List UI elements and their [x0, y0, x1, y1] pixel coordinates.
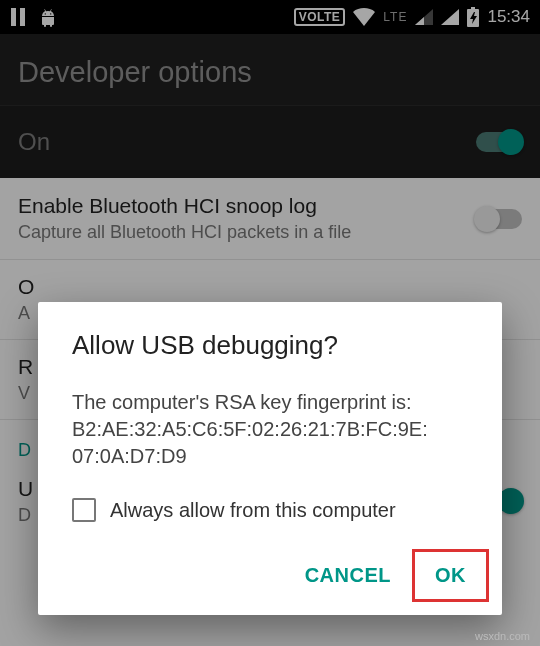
ok-button[interactable]: OK — [413, 550, 488, 601]
always-allow-row[interactable]: Always allow from this computer — [72, 498, 468, 522]
usb-debugging-dialog: Allow USB debugging? The computer's RSA … — [38, 302, 502, 615]
dialog-title: Allow USB debugging? — [72, 330, 468, 361]
dialog-body: The computer's RSA key fingerprint is: B… — [72, 389, 468, 470]
always-allow-label: Always allow from this computer — [110, 499, 396, 522]
watermark: wsxdn.com — [475, 630, 530, 642]
cancel-button[interactable]: CANCEL — [283, 550, 413, 601]
always-allow-checkbox[interactable] — [72, 498, 96, 522]
dialog-actions: CANCEL OK — [38, 542, 502, 615]
